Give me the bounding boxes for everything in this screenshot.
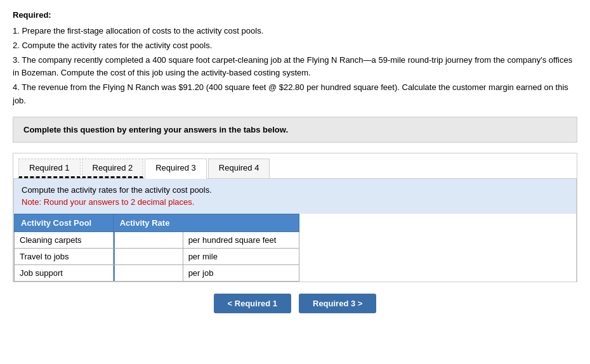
- table-row: Cleaning carpets per hundred square feet: [15, 231, 299, 248]
- prev-button[interactable]: < Required 1: [214, 294, 291, 313]
- tabs-row: Required 1 Required 2 Required 3 Require…: [13, 153, 577, 179]
- tab-content: Compute the activity rates for the activ…: [13, 179, 577, 282]
- tab-instruction-text: Compute the activity rates for the activ…: [22, 184, 568, 197]
- instructions-block: 1. Prepare the first-stage allocation of…: [13, 25, 577, 108]
- instruction-4: 4. The revenue from the Flying N Ranch w…: [13, 81, 577, 108]
- activity-table: Activity Cost Pool Activity Rate Cleanin…: [14, 214, 299, 282]
- table-row: Travel to jobs per mile: [15, 248, 299, 264]
- pool-name-2: Travel to jobs: [15, 248, 114, 264]
- tab-required-3-label: Required 3: [155, 163, 196, 172]
- rate-input-3[interactable]: [114, 265, 183, 281]
- tab-required-3[interactable]: Required 3: [145, 159, 207, 179]
- tab-required-1-label: Required 1: [29, 163, 70, 172]
- instruction-3: 3. The company recently completed a 400 …: [13, 54, 577, 81]
- instruction-2: 2. Compute the activity rates for the ac…: [13, 39, 577, 53]
- tab-required-4[interactable]: Required 4: [208, 159, 270, 178]
- col-header-pool: Activity Cost Pool: [15, 214, 114, 231]
- tab-required-1[interactable]: Required 1: [18, 159, 81, 178]
- tab-required-2[interactable]: Required 2: [82, 159, 144, 178]
- table-row: Job support per job: [15, 264, 299, 281]
- rate-input-cell-2: [113, 248, 183, 264]
- pool-name-1: Cleaning carpets: [15, 231, 114, 248]
- instruction-1: 1. Prepare the first-stage allocation of…: [13, 25, 577, 38]
- rate-input-cell-3: [113, 264, 183, 281]
- table-wrapper: Activity Cost Pool Activity Rate Cleanin…: [14, 214, 576, 282]
- tab-required-4-label: Required 4: [219, 163, 259, 172]
- tab-required-2-label: Required 2: [93, 163, 133, 172]
- tab-note-text: Note: Round your answers to 2 decimal pl…: [22, 196, 568, 209]
- next-button[interactable]: Required 3 >: [299, 294, 376, 313]
- unit-1: per hundred square feet: [183, 231, 299, 248]
- pool-name-3: Job support: [15, 264, 114, 281]
- rate-input-2[interactable]: [114, 249, 183, 264]
- col-header-rate: Activity Rate: [113, 214, 299, 231]
- unit-3: per job: [183, 264, 299, 281]
- rate-input-1[interactable]: [114, 232, 183, 248]
- tab-instructions: Compute the activity rates for the activ…: [14, 179, 576, 214]
- unit-2: per mile: [183, 248, 299, 264]
- rate-input-cell-1: [113, 231, 183, 248]
- tabs-container: Required 1 Required 2 Required 3 Require…: [13, 153, 577, 282]
- buttons-row: < Required 1 Required 3 >: [13, 294, 577, 313]
- required-label: Required:: [13, 10, 577, 20]
- complete-box: Complete this question by entering your …: [13, 117, 577, 143]
